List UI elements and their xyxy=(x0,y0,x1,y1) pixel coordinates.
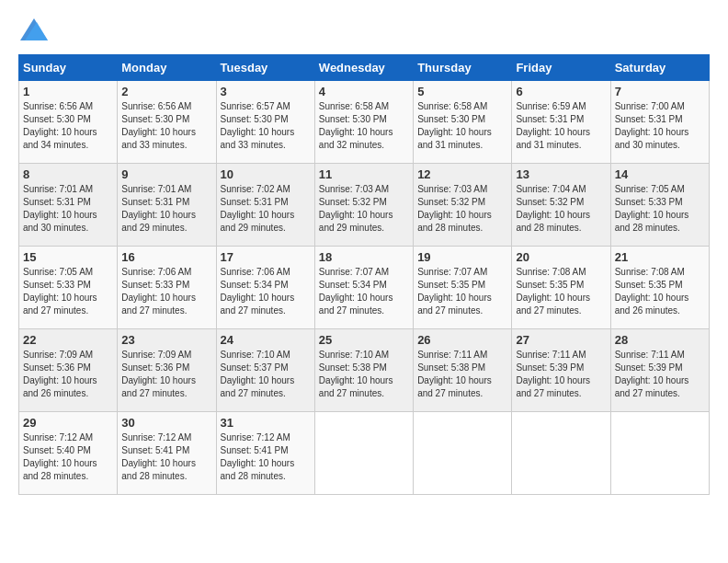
day-number: 5 xyxy=(417,85,507,98)
day-number: 30 xyxy=(121,416,211,430)
calendar-cell: 24Sunrise: 7:10 AMSunset: 5:37 PMDayligh… xyxy=(216,329,314,412)
calendar-cell: 13Sunrise: 7:04 AMSunset: 5:32 PMDayligh… xyxy=(512,164,610,247)
header xyxy=(18,18,710,45)
calendar-cell xyxy=(414,412,512,495)
week-row-2: 15Sunrise: 7:05 AMSunset: 5:33 PMDayligh… xyxy=(19,247,710,329)
calendar-cell: 16Sunrise: 7:06 AMSunset: 5:33 PMDayligh… xyxy=(118,247,216,329)
day-info: Sunrise: 7:06 AMSunset: 5:33 PMDaylight:… xyxy=(121,266,211,317)
weekday-header-sunday: Sunday xyxy=(19,55,118,81)
day-info: Sunrise: 7:05 AMSunset: 5:33 PMDaylight:… xyxy=(23,266,113,317)
day-number: 29 xyxy=(23,416,113,430)
calendar-cell: 21Sunrise: 7:08 AMSunset: 5:35 PMDayligh… xyxy=(610,247,709,329)
day-info: Sunrise: 7:11 AMSunset: 5:39 PMDaylight:… xyxy=(615,349,705,400)
calendar-cell: 2Sunrise: 6:56 AMSunset: 5:30 PMDaylight… xyxy=(118,81,216,164)
day-number: 27 xyxy=(516,333,606,347)
day-info: Sunrise: 7:08 AMSunset: 5:35 PMDaylight:… xyxy=(615,266,705,317)
day-info: Sunrise: 7:05 AMSunset: 5:33 PMDaylight:… xyxy=(615,183,705,235)
day-number: 26 xyxy=(417,333,507,347)
week-row-4: 29Sunrise: 7:12 AMSunset: 5:40 PMDayligh… xyxy=(19,412,710,495)
day-number: 1 xyxy=(23,85,113,98)
calendar-cell: 19Sunrise: 7:07 AMSunset: 5:35 PMDayligh… xyxy=(414,247,512,329)
day-number: 18 xyxy=(319,250,409,264)
calendar-cell: 3Sunrise: 6:57 AMSunset: 5:30 PMDaylight… xyxy=(216,81,314,164)
day-number: 2 xyxy=(121,85,211,98)
weekday-header-monday: Monday xyxy=(118,55,216,81)
day-info: Sunrise: 7:10 AMSunset: 5:37 PMDaylight:… xyxy=(221,349,311,400)
weekday-header-saturday: Saturday xyxy=(610,55,709,81)
calendar-table: SundayMondayTuesdayWednesdayThursdayFrid… xyxy=(18,54,710,495)
calendar-cell xyxy=(512,412,610,495)
calendar-cell: 8Sunrise: 7:01 AMSunset: 5:31 PMDaylight… xyxy=(19,164,118,247)
day-info: Sunrise: 6:58 AMSunset: 5:30 PMDaylight:… xyxy=(417,100,507,152)
calendar-cell: 9Sunrise: 7:01 AMSunset: 5:31 PMDaylight… xyxy=(118,164,216,247)
calendar-cell: 31Sunrise: 7:12 AMSunset: 5:41 PMDayligh… xyxy=(216,412,314,495)
calendar-cell: 29Sunrise: 7:12 AMSunset: 5:40 PMDayligh… xyxy=(19,412,118,495)
day-number: 6 xyxy=(516,85,606,98)
day-number: 31 xyxy=(221,416,311,430)
calendar-cell: 4Sunrise: 6:58 AMSunset: 5:30 PMDaylight… xyxy=(314,81,413,164)
calendar-cell: 22Sunrise: 7:09 AMSunset: 5:36 PMDayligh… xyxy=(19,329,118,412)
calendar-cell: 15Sunrise: 7:05 AMSunset: 5:33 PMDayligh… xyxy=(19,247,118,329)
calendar-cell: 17Sunrise: 7:06 AMSunset: 5:34 PMDayligh… xyxy=(216,247,314,329)
calendar-cell: 30Sunrise: 7:12 AMSunset: 5:41 PMDayligh… xyxy=(118,412,216,495)
day-number: 20 xyxy=(516,250,606,264)
day-info: Sunrise: 7:08 AMSunset: 5:35 PMDaylight:… xyxy=(516,266,606,317)
day-number: 22 xyxy=(23,333,113,347)
day-number: 17 xyxy=(221,250,311,264)
calendar-cell: 20Sunrise: 7:08 AMSunset: 5:35 PMDayligh… xyxy=(512,247,610,329)
calendar-cell xyxy=(314,412,413,495)
calendar-cell xyxy=(610,412,709,495)
week-row-3: 22Sunrise: 7:09 AMSunset: 5:36 PMDayligh… xyxy=(19,329,710,412)
weekday-header-wednesday: Wednesday xyxy=(314,55,413,81)
day-info: Sunrise: 6:57 AMSunset: 5:30 PMDaylight:… xyxy=(221,100,311,152)
calendar-cell: 5Sunrise: 6:58 AMSunset: 5:30 PMDaylight… xyxy=(414,81,512,164)
day-info: Sunrise: 6:56 AMSunset: 5:30 PMDaylight:… xyxy=(121,100,211,152)
day-info: Sunrise: 7:07 AMSunset: 5:34 PMDaylight:… xyxy=(319,266,409,317)
logo xyxy=(18,18,48,45)
day-number: 21 xyxy=(615,250,705,264)
day-info: Sunrise: 7:07 AMSunset: 5:35 PMDaylight:… xyxy=(417,266,507,317)
calendar-cell: 26Sunrise: 7:11 AMSunset: 5:38 PMDayligh… xyxy=(414,329,512,412)
calendar-cell: 27Sunrise: 7:11 AMSunset: 5:39 PMDayligh… xyxy=(512,329,610,412)
day-number: 23 xyxy=(121,333,211,347)
calendar-cell: 25Sunrise: 7:10 AMSunset: 5:38 PMDayligh… xyxy=(314,329,413,412)
day-info: Sunrise: 7:12 AMSunset: 5:40 PMDaylight:… xyxy=(23,431,113,483)
day-info: Sunrise: 7:09 AMSunset: 5:36 PMDaylight:… xyxy=(121,349,211,400)
day-info: Sunrise: 7:00 AMSunset: 5:31 PMDaylight:… xyxy=(615,100,705,152)
calendar-cell: 23Sunrise: 7:09 AMSunset: 5:36 PMDayligh… xyxy=(118,329,216,412)
day-number: 7 xyxy=(615,85,705,98)
calendar-cell: 12Sunrise: 7:03 AMSunset: 5:32 PMDayligh… xyxy=(414,164,512,247)
calendar-cell: 14Sunrise: 7:05 AMSunset: 5:33 PMDayligh… xyxy=(610,164,709,247)
logo-icon xyxy=(20,18,48,40)
day-info: Sunrise: 7:12 AMSunset: 5:41 PMDaylight:… xyxy=(121,431,211,483)
day-info: Sunrise: 7:01 AMSunset: 5:31 PMDaylight:… xyxy=(23,183,113,235)
day-number: 11 xyxy=(319,167,409,181)
day-info: Sunrise: 7:11 AMSunset: 5:38 PMDaylight:… xyxy=(417,349,507,400)
day-number: 14 xyxy=(615,167,705,181)
day-number: 4 xyxy=(319,85,409,98)
day-info: Sunrise: 7:09 AMSunset: 5:36 PMDaylight:… xyxy=(23,349,113,400)
day-number: 19 xyxy=(417,250,507,264)
week-row-0: 1Sunrise: 6:56 AMSunset: 5:30 PMDaylight… xyxy=(19,81,710,164)
day-number: 10 xyxy=(221,167,311,181)
day-number: 28 xyxy=(615,333,705,347)
day-info: Sunrise: 7:03 AMSunset: 5:32 PMDaylight:… xyxy=(319,183,409,235)
calendar-cell: 7Sunrise: 7:00 AMSunset: 5:31 PMDaylight… xyxy=(610,81,709,164)
weekday-header-row: SundayMondayTuesdayWednesdayThursdayFrid… xyxy=(19,55,710,81)
day-info: Sunrise: 6:58 AMSunset: 5:30 PMDaylight:… xyxy=(319,100,409,152)
weekday-header-tuesday: Tuesday xyxy=(216,55,314,81)
day-number: 15 xyxy=(23,250,113,264)
weekday-header-friday: Friday xyxy=(512,55,610,81)
calendar-cell: 1Sunrise: 6:56 AMSunset: 5:30 PMDaylight… xyxy=(19,81,118,164)
day-number: 3 xyxy=(221,85,311,98)
calendar-cell: 11Sunrise: 7:03 AMSunset: 5:32 PMDayligh… xyxy=(314,164,413,247)
day-info: Sunrise: 7:03 AMSunset: 5:32 PMDaylight:… xyxy=(417,183,507,235)
calendar-cell: 10Sunrise: 7:02 AMSunset: 5:31 PMDayligh… xyxy=(216,164,314,247)
day-number: 13 xyxy=(516,167,606,181)
day-info: Sunrise: 6:59 AMSunset: 5:31 PMDaylight:… xyxy=(516,100,606,152)
day-info: Sunrise: 7:04 AMSunset: 5:32 PMDaylight:… xyxy=(516,183,606,235)
day-info: Sunrise: 7:10 AMSunset: 5:38 PMDaylight:… xyxy=(319,349,409,400)
calendar-cell: 28Sunrise: 7:11 AMSunset: 5:39 PMDayligh… xyxy=(610,329,709,412)
weekday-header-thursday: Thursday xyxy=(414,55,512,81)
day-number: 9 xyxy=(121,167,211,181)
